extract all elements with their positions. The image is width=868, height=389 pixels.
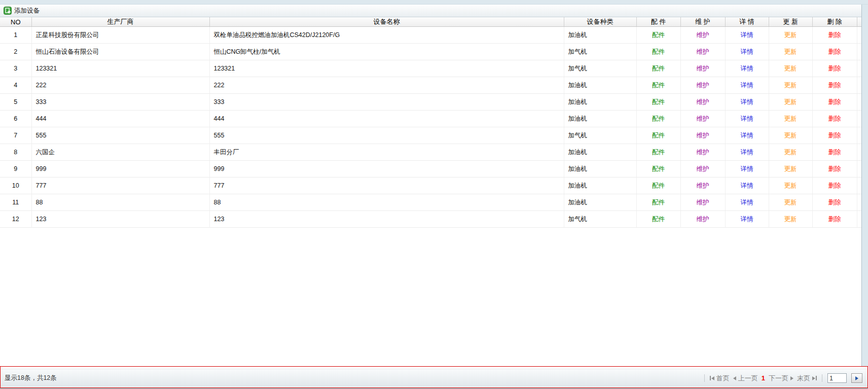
cell-maintain: 维护	[680, 44, 725, 60]
cell-manufacturer: 88	[31, 194, 209, 211]
last-page-button[interactable]: 末页	[797, 374, 817, 383]
maintain-link[interactable]: 维护	[697, 65, 709, 72]
cell-update: 更新	[769, 161, 812, 178]
detail-link[interactable]: 详情	[741, 115, 753, 122]
parts-link[interactable]: 配件	[652, 149, 665, 156]
table-row: 9999999加油机配件维护详情更新删除	[0, 161, 862, 178]
detail-link[interactable]: 详情	[741, 182, 753, 189]
update-link[interactable]: 更新	[784, 132, 797, 139]
detail-link[interactable]: 详情	[741, 82, 753, 89]
page-number-input[interactable]	[827, 373, 847, 383]
delete-link[interactable]: 删除	[828, 182, 841, 189]
cell-filler	[857, 77, 862, 94]
update-link[interactable]: 更新	[784, 199, 797, 206]
delete-link[interactable]: 删除	[828, 165, 841, 172]
detail-link[interactable]: 详情	[741, 149, 753, 156]
parts-link[interactable]: 配件	[652, 115, 665, 122]
maintain-link[interactable]: 维护	[697, 98, 709, 105]
maintain-link[interactable]: 维护	[697, 182, 709, 189]
maintain-link[interactable]: 维护	[697, 216, 709, 223]
update-link[interactable]: 更新	[784, 82, 797, 89]
maintain-link[interactable]: 维护	[697, 48, 709, 55]
maintain-link[interactable]: 维护	[697, 149, 709, 156]
cell-name: 123	[209, 211, 564, 228]
cell-no: 10	[0, 178, 31, 194]
cell-no: 6	[0, 111, 31, 127]
detail-link[interactable]: 详情	[741, 48, 753, 55]
update-link[interactable]: 更新	[784, 165, 797, 172]
delete-link[interactable]: 删除	[828, 216, 841, 223]
maintain-link[interactable]: 维护	[697, 82, 709, 89]
device-panel: 添加设备 NO 生产厂商 设备名称 设备种类 配 件 维 护 详 情 更	[0, 5, 862, 366]
parts-link[interactable]: 配件	[652, 165, 665, 172]
cell-maintain: 维护	[680, 144, 725, 161]
cell-update: 更新	[769, 27, 812, 44]
prev-page-button[interactable]: 上一页	[733, 374, 758, 383]
update-link[interactable]: 更新	[784, 115, 797, 122]
pagination-bar: 显示18条，共12条 首页 上一页 1 下一页 末页	[1, 369, 867, 387]
cell-manufacturer: 六国企	[31, 144, 209, 161]
delete-link[interactable]: 删除	[828, 48, 841, 55]
delete-link[interactable]: 删除	[828, 65, 841, 72]
cell-manufacturer: 444	[31, 111, 209, 127]
delete-link[interactable]: 删除	[828, 132, 841, 139]
go-page-button[interactable]	[851, 373, 862, 383]
cell-type: 加油机	[564, 194, 636, 211]
cell-filler	[857, 194, 862, 211]
cell-update: 更新	[769, 144, 812, 161]
delete-link[interactable]: 删除	[828, 149, 841, 156]
delete-link[interactable]: 删除	[828, 82, 841, 89]
cell-update: 更新	[769, 194, 812, 211]
delete-link[interactable]: 删除	[828, 199, 841, 206]
parts-link[interactable]: 配件	[652, 82, 665, 89]
detail-link[interactable]: 详情	[741, 65, 753, 72]
delete-link[interactable]: 删除	[828, 115, 841, 122]
col-header-manufacturer: 生产厂商	[31, 17, 209, 27]
cell-detail: 详情	[725, 144, 769, 161]
detail-link[interactable]: 详情	[741, 199, 753, 206]
delete-link[interactable]: 删除	[828, 31, 841, 39]
cell-detail: 详情	[725, 77, 769, 94]
update-link[interactable]: 更新	[784, 31, 797, 39]
maintain-link[interactable]: 维护	[697, 132, 709, 139]
delete-link[interactable]: 删除	[828, 98, 841, 105]
parts-link[interactable]: 配件	[652, 132, 665, 139]
parts-link[interactable]: 配件	[652, 216, 665, 223]
first-page-button[interactable]: 首页	[710, 374, 730, 383]
parts-link[interactable]: 配件	[652, 98, 665, 105]
parts-link[interactable]: 配件	[652, 48, 665, 55]
cell-no: 2	[0, 44, 31, 60]
detail-link[interactable]: 详情	[741, 216, 753, 223]
cell-delete: 删除	[812, 144, 857, 161]
detail-link[interactable]: 详情	[741, 98, 753, 105]
detail-link[interactable]: 详情	[741, 165, 753, 172]
parts-link[interactable]: 配件	[652, 199, 665, 206]
cell-delete: 删除	[812, 127, 857, 144]
detail-link[interactable]: 详情	[741, 31, 753, 39]
update-link[interactable]: 更新	[784, 65, 797, 72]
next-page-button[interactable]: 下一页	[769, 374, 793, 383]
cell-delete: 删除	[812, 27, 857, 44]
parts-link[interactable]: 配件	[652, 31, 665, 39]
detail-link[interactable]: 详情	[741, 132, 753, 139]
maintain-link[interactable]: 维护	[697, 165, 709, 172]
add-device-button[interactable]: 添加设备	[2, 6, 43, 16]
parts-link[interactable]: 配件	[652, 65, 665, 72]
cell-delete: 删除	[812, 94, 857, 111]
parts-link[interactable]: 配件	[652, 182, 665, 189]
cell-filler	[857, 211, 862, 228]
cell-detail: 详情	[725, 211, 769, 228]
update-link[interactable]: 更新	[784, 48, 797, 55]
update-link[interactable]: 更新	[784, 98, 797, 105]
update-link[interactable]: 更新	[784, 149, 797, 156]
next-page-icon	[790, 376, 793, 380]
maintain-link[interactable]: 维护	[697, 115, 709, 122]
cell-name: 777	[209, 178, 564, 194]
cell-delete: 删除	[812, 44, 857, 60]
cell-detail: 详情	[725, 127, 769, 144]
maintain-link[interactable]: 维护	[697, 199, 709, 206]
maintain-link[interactable]: 维护	[697, 31, 709, 39]
update-link[interactable]: 更新	[784, 216, 797, 223]
cell-maintain: 维护	[680, 211, 725, 228]
update-link[interactable]: 更新	[784, 182, 797, 189]
